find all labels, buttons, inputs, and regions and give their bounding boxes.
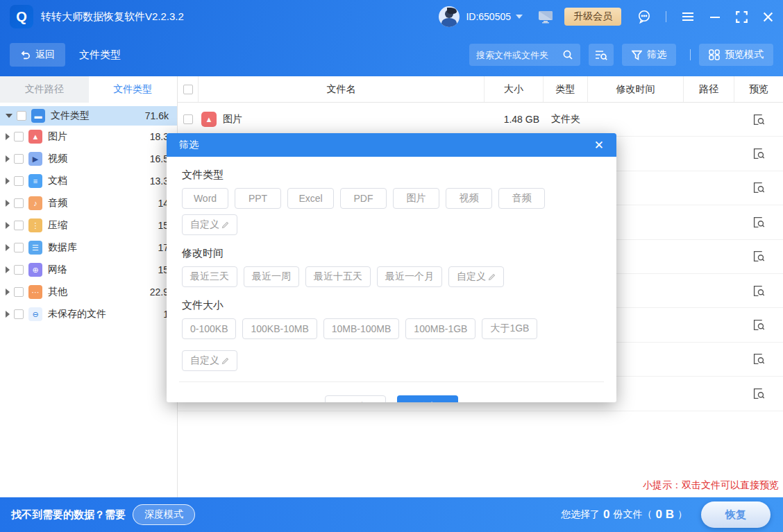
tab-file-path[interactable]: 文件路径: [0, 76, 89, 103]
filter-chip[interactable]: 最近一周: [244, 266, 299, 287]
sidebar-item-videos[interactable]: ▶视频16.5: [0, 148, 177, 170]
caret-right-icon[interactable]: [6, 289, 10, 295]
filter-chip[interactable]: PDF: [340, 188, 387, 209]
caret-right-icon[interactable]: [6, 311, 10, 318]
dialog-header[interactable]: 筛选 ✕: [167, 133, 616, 157]
preview-cell: [734, 216, 783, 228]
preview-mode-button[interactable]: 预览模式: [699, 44, 773, 66]
chip-label: 最近十五天: [314, 271, 362, 283]
caret-right-icon[interactable]: [6, 178, 10, 185]
select-all-checkbox[interactable]: [183, 85, 193, 94]
custom-filter-chip[interactable]: 自定义: [182, 214, 237, 235]
checkbox[interactable]: [14, 243, 24, 252]
row-checkbox[interactable]: [183, 114, 193, 124]
filter-chip[interactable]: 大于1GB: [482, 318, 537, 339]
filter-chip[interactable]: 音频: [498, 188, 545, 209]
sidebar-item-file-type-root[interactable]: ▬文件类型71.6k: [0, 106, 177, 126]
preview-icon[interactable]: [753, 148, 765, 160]
list-search-icon: [595, 49, 607, 60]
checkbox[interactable]: [14, 198, 24, 208]
checkbox[interactable]: [17, 111, 26, 121]
filter-chip-group: 0-100KB100KB-10MB10MB-100MB100MB-1GB大于1G…: [182, 318, 601, 371]
custom-filter-chip[interactable]: 自定义: [182, 350, 237, 371]
sidebar-item-unsaved[interactable]: ⊖未保存的文件1: [0, 303, 177, 325]
filter-chip[interactable]: PPT: [235, 188, 281, 209]
search-input[interactable]: [476, 50, 562, 60]
filter-chip[interactable]: 图片: [393, 188, 439, 209]
sidebar-item-archive[interactable]: ⋮压缩15: [0, 214, 177, 237]
caret-right-icon[interactable]: [6, 133, 10, 140]
sidebar-item-docs[interactable]: ≡文档13.3: [0, 170, 177, 192]
sidebar: 文件路径 文件类型 ▬文件类型71.6k▲图片18.3▶视频16.5≡文档13.…: [0, 76, 178, 497]
chevron-down-icon[interactable]: [516, 15, 523, 19]
filter-chip[interactable]: Excel: [287, 188, 334, 209]
sidebar-item-database[interactable]: ☰数据库17: [0, 237, 177, 259]
chip-label: 图片: [407, 192, 426, 205]
preview-icon[interactable]: [753, 250, 765, 262]
table-row[interactable]: ▲图片1.48 GB文件夹: [178, 103, 783, 137]
preview-cell: [734, 114, 783, 126]
sidebar-item-other[interactable]: ⋯其他22.9: [0, 281, 177, 303]
undo-arrow-icon: [20, 50, 31, 60]
caret-right-icon[interactable]: [6, 200, 10, 207]
checkbox[interactable]: [14, 309, 24, 319]
checkbox[interactable]: [14, 287, 24, 297]
caret-down-icon[interactable]: [6, 114, 12, 118]
avatar[interactable]: [439, 6, 460, 27]
filter-chip[interactable]: 最近十五天: [305, 266, 371, 287]
preview-cell: [734, 250, 783, 262]
checkbox[interactable]: [14, 221, 24, 230]
filter-chip[interactable]: 10MB-100MB: [323, 318, 400, 339]
recover-button[interactable]: 恢复: [701, 501, 771, 528]
preview-icon[interactable]: [753, 182, 765, 194]
filter-chip[interactable]: 0-100KB: [182, 318, 236, 339]
checkbox[interactable]: [14, 154, 24, 164]
checkbox[interactable]: [14, 176, 24, 186]
sidebar-item-network[interactable]: ⊕网络15: [0, 259, 177, 281]
filter-button[interactable]: 筛选: [622, 44, 676, 66]
chip-label: 最近一周: [252, 271, 291, 283]
preview-icon[interactable]: [753, 388, 765, 400]
checkbox[interactable]: [14, 132, 24, 141]
tree-item-label: 未保存的文件: [48, 308, 106, 320]
custom-filter-chip[interactable]: 自定义: [448, 266, 504, 287]
search-icon[interactable]: [562, 49, 573, 60]
filter-chip[interactable]: 100KB-10MB: [242, 318, 317, 339]
preview-icon[interactable]: [753, 114, 765, 126]
search-in-results-button[interactable]: [589, 44, 614, 66]
close-icon[interactable]: [763, 12, 773, 22]
search-box[interactable]: [469, 44, 580, 66]
tab-file-type[interactable]: 文件类型: [89, 76, 178, 103]
customer-service-icon[interactable]: [637, 9, 652, 24]
sidebar-tabs: 文件路径 文件类型: [0, 76, 177, 103]
preview-icon[interactable]: [753, 216, 765, 228]
preview-icon[interactable]: [753, 353, 765, 365]
dialog-close-icon[interactable]: ✕: [594, 139, 604, 151]
filter-chip[interactable]: 100MB-1GB: [405, 318, 475, 339]
maximize-icon[interactable]: [736, 11, 748, 23]
checkbox[interactable]: [14, 265, 24, 275]
back-button[interactable]: 返回: [10, 43, 65, 67]
filter-chip[interactable]: 视频: [446, 188, 492, 209]
minimize-icon[interactable]: [709, 12, 721, 22]
preview-icon[interactable]: [753, 285, 765, 297]
tree-item-label: 图片: [48, 130, 67, 143]
document-icon: ≡: [28, 174, 42, 188]
monitor-icon[interactable]: [538, 10, 553, 24]
filter-chip[interactable]: 最近一个月: [377, 266, 442, 287]
caret-right-icon[interactable]: [6, 155, 10, 162]
filter-chip[interactable]: 最近三天: [182, 266, 237, 287]
selection-size: 0 B: [656, 508, 674, 522]
cancel-button[interactable]: 取消: [325, 395, 386, 402]
upgrade-member-button[interactable]: 升级会员: [564, 8, 621, 26]
caret-right-icon[interactable]: [6, 244, 10, 251]
menu-icon[interactable]: [682, 12, 694, 22]
confirm-button[interactable]: 确定: [397, 395, 458, 402]
caret-right-icon[interactable]: [6, 266, 10, 273]
sidebar-item-images[interactable]: ▲图片18.3: [0, 126, 177, 148]
preview-icon[interactable]: [753, 319, 765, 331]
caret-right-icon[interactable]: [6, 222, 10, 229]
filter-chip[interactable]: Word: [182, 188, 228, 209]
sidebar-item-audio[interactable]: ♪音频14: [0, 192, 177, 214]
deep-mode-button[interactable]: 深度模式: [133, 504, 195, 525]
